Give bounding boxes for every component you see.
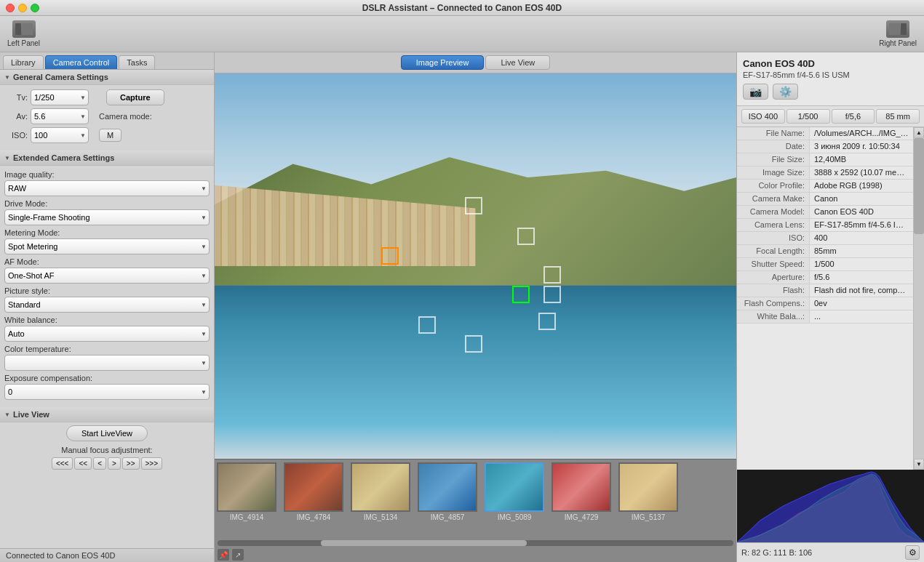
table-row: ISO: 400 [737,232,913,245]
scrollbar-thumb[interactable] [321,540,527,546]
status-bar: Connected to Canon EOS 40D [0,548,214,562]
image-quality-select-wrapper: RAW ▼ [4,180,210,196]
table-row: Camera Lens: EF-S17-85mm f/4-5.6 IS USM [737,219,913,232]
metadata-table: File Name: /Volumes/ARCH.../IMG_5089.CR2… [737,127,913,470]
thumbnail-strip: IMG_4914 IMG_4784 IMG_5134 IMG_4857 IMG_… [215,459,736,539]
svg-rect-0 [15,23,21,35]
right-panel-toggle[interactable]: Right Panel [879,20,917,47]
exp-comp-select[interactable]: 0 [4,384,210,400]
rgb-readout: R: 82 G: 111 B: 106 ⚙ [737,542,924,562]
tv-select[interactable]: 1/250 [31,89,89,105]
thumbnail-label: IMG_5134 [364,513,398,521]
lv-btn-fwd[interactable]: >> [122,457,140,470]
table-row: White Bala...: ... [737,310,913,324]
table-row: Camera Make: Canon [737,193,913,206]
table-row: File Name: /Volumes/ARCH.../IMG_5089.CR2 [737,127,913,140]
thumbnail-img [418,462,477,512]
start-liveview-button[interactable]: Start LiveView [66,425,148,441]
table-row: Flash Compens.: 0ev [737,297,913,310]
minimize-button[interactable] [18,4,27,12]
metering-mode-select[interactable]: Spot Metering [4,238,210,254]
beach-scene [215,73,736,459]
meta-val: 85mm [810,245,913,257]
picture-style-select[interactable]: Standard [4,297,210,313]
table-row: File Size: 12,40MB [737,153,913,166]
af-box-2 [381,247,399,265]
settings-dial-icon[interactable]: ⚙️ [773,84,798,100]
camera-mode-label: Camera mode: [99,112,152,121]
lv-btn-far-back[interactable]: <<< [52,457,73,470]
lv-btn-back[interactable]: << [74,457,92,470]
picture-style-select-wrapper: Standard ▼ [4,297,210,313]
color-temp-select[interactable] [4,355,210,371]
left-panel-toggle[interactable]: Left Panel [7,20,40,47]
live-view-header: ▼ Live View [0,407,214,422]
tab-camera-control[interactable]: Camera Control [45,55,118,69]
list-item[interactable]: IMG_5089 [482,462,546,521]
horizontal-scrollbar[interactable] [215,539,736,547]
right-panel: Canon EOS 40D EF-S17-85mm f/4-5.6 IS USM… [736,52,924,562]
list-item[interactable]: IMG_4914 [215,462,279,521]
metering-mode-label: Metering Mode: [4,228,210,237]
af-box-7 [465,335,482,353]
list-item[interactable]: IMG_4784 [282,462,346,521]
picture-style-row: Picture style: Standard ▼ [4,286,210,313]
triangle-icon: ▼ [4,74,10,81]
list-item[interactable]: IMG_5137 [616,462,680,521]
capture-area: Capture [106,89,164,105]
pin-icon[interactable]: 📌 [218,549,229,561]
list-item[interactable]: IMG_4857 [415,462,479,521]
right-panel-label: Right Panel [879,39,917,47]
thumbnail-img [284,462,343,512]
drive-mode-select[interactable]: Single-Frame Shooting [4,209,210,225]
color-temp-select-wrapper: ▼ [4,355,210,371]
image-quality-label: Image quality: [4,170,210,179]
color-temp-label: Color temperature: [4,345,210,353]
av-label: Av: [4,112,28,121]
tv-label: Tv: [4,93,28,102]
scroll-thumb[interactable] [914,138,924,234]
meta-key: Camera Make: [737,193,810,205]
zoom-button[interactable] [31,4,39,12]
tab-live-view[interactable]: Live View [485,55,550,70]
meta-val: 0ev [810,297,913,310]
scroll-up-button[interactable]: ▲ [914,127,924,138]
svg-rect-1 [22,23,33,35]
meta-key: Flash Compens.: [737,297,810,310]
triangle-icon-2: ▼ [4,155,10,161]
list-item[interactable]: IMG_5134 [349,462,413,521]
list-item[interactable]: IMG_4729 [549,462,613,521]
meta-key: Color Profile: [737,180,810,192]
meta-val: 3 июня 2009 г. 10:50:34 [810,140,913,153]
svg-rect-2 [889,23,900,35]
drive-mode-select-wrapper: Single-Frame Shooting ▼ [4,209,210,225]
cursor-icon[interactable]: ↗ [232,549,244,561]
iso-select[interactable]: 100 [31,127,89,143]
histogram-settings-button[interactable]: ⚙ [905,545,920,560]
scroll-down-button[interactable]: ▼ [914,459,924,470]
close-button[interactable] [6,4,15,12]
lv-btn-far-fwd[interactable]: >>> [141,457,163,470]
meta-key: Camera Model: [737,206,810,218]
thumbnail-label: IMG_4914 [230,513,264,521]
meta-key: File Name: [737,127,810,140]
af-mode-select[interactable]: One-Shot AF [4,268,210,284]
white-balance-select-wrapper: Auto ▼ [4,326,210,342]
capture-button[interactable]: Capture [106,89,164,105]
meta-scroll-area: File Name: /Volumes/ARCH.../IMG_5089.CR2… [737,127,924,470]
exposure-bar: ISO 400 1/500 f/5,6 85 mm [737,106,924,127]
tab-tasks[interactable]: Tasks [119,55,155,69]
tab-library[interactable]: Library [3,55,44,69]
white-balance-select[interactable]: Auto [4,326,210,342]
af-box-8 [543,286,561,303]
meta-key: Date: [737,140,810,153]
table-row: Date: 3 июня 2009 г. 10:50:34 [737,140,913,153]
lv-btn-step-back[interactable]: < [93,457,106,470]
tab-image-preview[interactable]: Image Preview [401,55,485,70]
image-quality-select[interactable]: RAW [4,180,210,196]
lv-btn-step-fwd[interactable]: > [108,457,121,470]
camera-body-icon[interactable]: 📷 [743,84,768,100]
general-settings-header: ▼ General Camera Settings [0,70,214,85]
av-select[interactable]: 5.6 [31,108,89,124]
right-panel-scrollbar[interactable]: ▲ ▼ [913,127,924,470]
